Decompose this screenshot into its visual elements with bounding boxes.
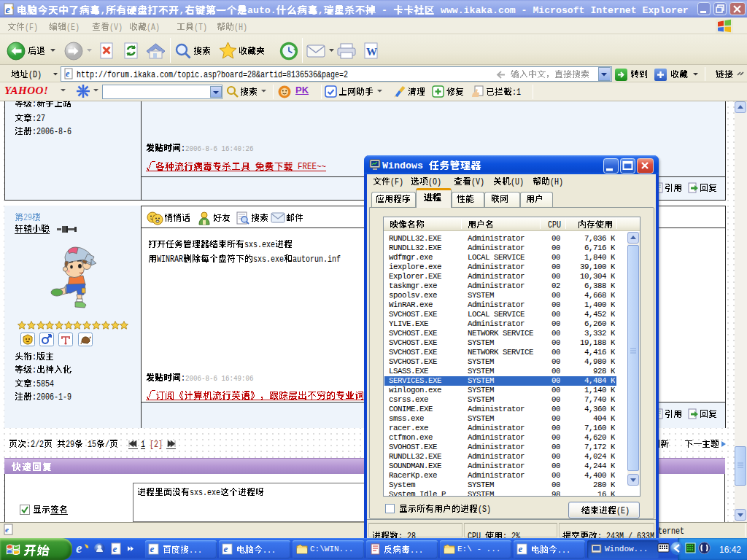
svg-text:/: / <box>105 440 109 450</box>
svg-text::: : <box>32 101 36 109</box>
svg-text::2006-1-9: :2006-1-9 <box>32 392 71 402</box>
svg-text::27: :27 <box>32 114 45 124</box>
svg-text:W: W <box>366 46 377 58</box>
svg-text:(E): (E) <box>66 23 80 33</box>
svg-text:,: , <box>100 5 106 16</box>
svg-text:15: 15 <box>83 440 96 450</box>
svg-text::2006-8-6: :2006-8-6 <box>32 127 71 137</box>
svg-text:(S): (S) <box>478 505 491 515</box>
svg-text::5854: :5854 <box>32 379 54 389</box>
svg-text:WINRAR: WINRAR <box>157 254 183 265</box>
svg-text:(O): (O) <box>428 177 441 187</box>
svg-text::2/2: :2/2 <box>26 440 44 450</box>
svg-text:www.ikaka.com - Microsoft Inte: www.ikaka.com - Microsoft Internet Explo… <box>435 5 689 16</box>
svg-text:...: ... <box>557 545 570 556</box>
svg-text:-: - <box>376 5 393 16</box>
svg-text:e: e <box>76 540 82 556</box>
svg-text:(H): (H) <box>550 177 563 187</box>
svg-text:e: e <box>224 543 228 554</box>
svg-text:,: , <box>179 5 185 16</box>
svg-text:sxs.exe: sxs.exe <box>190 488 220 498</box>
svg-text:(V): (V) <box>109 23 123 33</box>
svg-text:(H): (H) <box>234 23 247 33</box>
svg-text:sxs.exe: sxs.exe <box>253 254 284 265</box>
svg-text:e: e <box>66 69 70 79</box>
svg-text::: : <box>32 365 36 376</box>
svg-text:e: e <box>6 4 10 15</box>
svg-text:e: e <box>519 543 523 554</box>
svg-text:e: e <box>150 543 155 554</box>
svg-text:(U): (U) <box>511 177 524 187</box>
svg-text:e: e <box>5 525 9 534</box>
svg-text:(T): (T) <box>194 23 207 33</box>
svg-text:http://forum.ikaka.com/topic.a: http://forum.ikaka.com/topic.asp?board=2… <box>77 70 348 80</box>
svg-text:CPU: CPU <box>548 220 561 230</box>
svg-text:,: , <box>318 5 324 16</box>
svg-text:29: 29 <box>66 440 74 450</box>
svg-text:29: 29 <box>23 213 32 223</box>
svg-text:...: ... <box>189 545 202 556</box>
svg-text::: : <box>32 352 36 362</box>
svg-text:...: ... <box>263 545 276 556</box>
svg-text:FREE~~: FREE~~ <box>293 161 327 172</box>
svg-text:(F): (F) <box>25 23 38 33</box>
svg-text:(E): (E) <box>616 506 630 516</box>
svg-text:2006-8-6 16:49:06: 2006-8-6 16:49:06 <box>185 374 254 383</box>
svg-text::1: :1 <box>512 88 521 98</box>
svg-text:Windows: Windows <box>382 160 429 171</box>
svg-text:...: ... <box>410 545 423 556</box>
svg-text:autorun.inf: autorun.inf <box>293 254 341 265</box>
svg-text:e: e <box>113 543 117 554</box>
svg-text:auto.: auto. <box>247 5 276 16</box>
svg-text:[2]: [2] <box>150 440 163 450</box>
svg-text:(V): (V) <box>471 177 484 187</box>
svg-text:(D): (D) <box>28 70 42 80</box>
svg-text:sxs.exe: sxs.exe <box>244 240 275 250</box>
svg-text:(A): (A) <box>147 23 160 33</box>
svg-text:2006-8-6 16:40:26: 2006-8-6 16:40:26 <box>185 144 254 153</box>
svg-text:1: 1 <box>141 440 145 450</box>
svg-text:(F): (F) <box>390 177 403 187</box>
